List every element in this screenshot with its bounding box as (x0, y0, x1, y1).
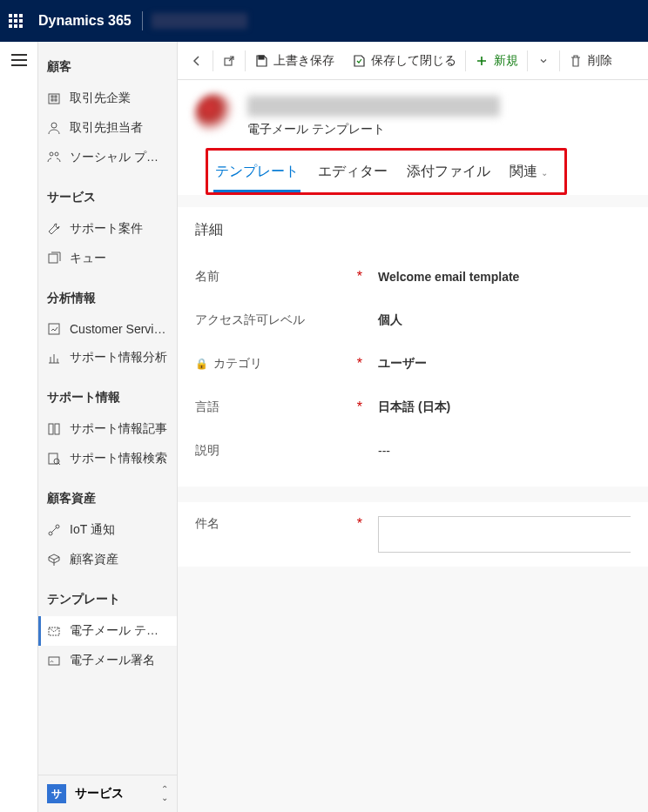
brand-separator (142, 11, 143, 30)
sidebar-item-queues[interactable]: キュー (38, 244, 177, 273)
asset-icon (47, 553, 61, 567)
nav-group-service: サービス (38, 172, 177, 214)
field-description[interactable]: 説明 --- (195, 429, 631, 473)
field-name[interactable]: 名前 * Welcome email template (195, 255, 631, 299)
field-value: Welcome email template (378, 270, 519, 284)
svg-rect-0 (49, 94, 59, 104)
hamburger-icon[interactable] (11, 54, 27, 66)
tab-label: 添付ファイル (407, 164, 490, 178)
cmd-label: 保存して閉じる (371, 53, 456, 69)
sidebar-item-email-templates[interactable]: 電子メール テン... (38, 616, 177, 646)
nav-group-templates: テンプレート (38, 574, 177, 616)
svg-rect-19 (259, 56, 264, 59)
main-content: 上書き保存 保存して閉じる 新規 削除 (178, 42, 648, 812)
tab-editor[interactable]: エディター (316, 156, 389, 192)
field-label: 🔒 カテゴリ (195, 356, 352, 372)
sidebar-item-iot-alerts[interactable]: IoT 通知 (38, 515, 177, 545)
record-subtitle: 電子メール テンプレート (247, 122, 500, 138)
field-value: 個人 (378, 312, 402, 328)
sidebar-item-email-signatures[interactable]: 電子メール署名 (38, 646, 177, 675)
app-launcher-icon[interactable] (9, 14, 23, 28)
tab-attachments[interactable]: 添付ファイル (405, 156, 492, 192)
global-topbar: Dynamics 365 (0, 0, 648, 42)
svg-rect-3 (51, 99, 53, 101)
field-language[interactable]: 言語 * 日本語 (日本) (195, 386, 631, 429)
tab-template[interactable]: テンプレート (213, 156, 300, 192)
chevron-down-icon (537, 54, 550, 68)
svg-rect-10 (49, 424, 53, 434)
area-switcher[interactable]: サ サービス ⌃⌄ (38, 775, 177, 812)
sidebar-item-customer-assets[interactable]: 顧客資産 (38, 545, 177, 574)
nav-group-assets: 顧客資産 (38, 473, 177, 515)
nav-item-label: サポート案件 (70, 221, 143, 237)
sidebar-item-cs-dashboard[interactable]: Customer Service ... (38, 315, 177, 343)
nav-item-label: キュー (70, 251, 106, 266)
sidebar-item-social[interactable]: ソーシャル プロ... (38, 143, 177, 172)
svg-point-6 (50, 152, 53, 156)
record-header: 電子メール テンプレート テンプレート エディター 添付ファイル 関連⌄ (178, 80, 648, 195)
iot-icon (47, 523, 61, 537)
required-indicator: * (352, 516, 362, 532)
sidebar-item-contacts[interactable]: 取引先担当者 (38, 113, 177, 143)
nav-item-label: 電子メール テン... (70, 623, 168, 639)
sidebar-item-accounts[interactable]: 取引先企業 (38, 84, 177, 113)
search-book-icon (47, 452, 61, 466)
nav-item-label: Customer Service ... (70, 322, 168, 336)
field-label: 件名 (195, 516, 352, 532)
field-category[interactable]: 🔒 カテゴリ * ユーザー (195, 342, 631, 386)
save-button[interactable]: 上書き保存 (246, 42, 343, 79)
back-button[interactable] (181, 42, 213, 79)
far-left-rail (0, 42, 38, 812)
open-external-icon (222, 54, 236, 68)
plus-icon (475, 54, 489, 68)
save-icon (254, 54, 268, 68)
svg-rect-8 (49, 254, 57, 263)
arrow-left-icon (190, 54, 204, 68)
sidebar-item-cases[interactable]: サポート案件 (38, 214, 177, 244)
wrench-icon (47, 222, 61, 236)
field-label: 説明 (195, 443, 352, 459)
cmd-label: 上書き保存 (273, 53, 334, 69)
new-dropdown-button[interactable] (528, 42, 559, 79)
details-section: 詳細 名前 * Welcome email template アクセス許可レベル… (178, 207, 648, 487)
tab-related[interactable]: 関連⌄ (508, 156, 550, 192)
sidebar-item-kb-articles[interactable]: サポート情報記事 (38, 414, 177, 444)
tab-label: テンプレート (215, 164, 299, 178)
trash-icon (569, 54, 583, 68)
field-permission[interactable]: アクセス許可レベル 個人 (195, 299, 631, 342)
analytics-icon (47, 351, 61, 365)
nav-item-label: 電子メール署名 (70, 653, 155, 668)
person-icon (47, 121, 61, 135)
nav-group-customers: 顧客 (38, 42, 177, 84)
open-new-window-button[interactable] (213, 42, 245, 79)
cmd-label: 新規 (494, 53, 518, 69)
queue-icon (47, 252, 61, 265)
svg-rect-17 (49, 657, 59, 665)
nav-item-label: 顧客資産 (70, 552, 118, 567)
chevron-down-icon: ⌄ (541, 168, 548, 178)
nav-item-label: サポート情報分析 (70, 350, 167, 366)
sidebar-item-kb-search[interactable]: サポート情報検索 (38, 444, 177, 473)
social-icon (47, 151, 61, 164)
svg-rect-4 (55, 99, 57, 101)
svg-rect-11 (55, 424, 59, 434)
field-value: 日本語 (日本) (378, 399, 450, 415)
area-badge: サ (47, 784, 66, 803)
sidebar-nav: 顧客 取引先企業 取引先担当者 ソーシャル プロ... サービス サポート案件 … (38, 42, 178, 812)
nav-group-insights: 分析情報 (38, 273, 177, 315)
nav-item-label: サポート情報記事 (70, 421, 167, 437)
brand-label: Dynamics 365 (38, 13, 132, 29)
cmd-label: 削除 (588, 53, 612, 69)
svg-point-7 (55, 152, 58, 156)
new-button[interactable]: 新規 (466, 42, 527, 79)
svg-rect-2 (55, 96, 57, 97)
field-label: アクセス許可レベル (195, 312, 352, 328)
subject-input[interactable] (378, 516, 631, 553)
delete-button[interactable]: 削除 (560, 42, 621, 79)
sidebar-item-kb-analytics[interactable]: サポート情報分析 (38, 343, 177, 372)
svg-rect-9 (49, 324, 59, 334)
command-bar: 上書き保存 保存して閉じる 新規 削除 (178, 42, 648, 80)
save-close-button[interactable]: 保存して閉じる (343, 42, 465, 79)
nav-item-label: サポート情報検索 (70, 451, 167, 466)
field-value: ユーザー (378, 356, 427, 372)
